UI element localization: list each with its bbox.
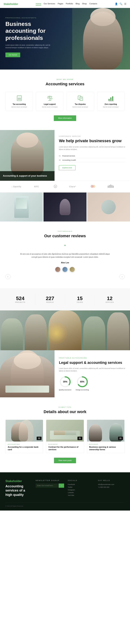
- stat-projects-num: 524: [7, 296, 33, 301]
- svg-rect-2: [18, 98, 19, 98]
- avatar-3[interactable]: [69, 266, 75, 272]
- feature-accounting: 02 Accounting & audit: [59, 158, 126, 162]
- corporate-tag: Corporate Service: [59, 136, 126, 137]
- footer-newsletter-form: →: [36, 484, 64, 488]
- stat-offices-num: 12: [97, 296, 123, 301]
- date-badge-1: 21: [37, 437, 42, 440]
- corporate-content: Corporate Service We help private busine…: [55, 130, 130, 181]
- view-more-posts-button[interactable]: View more posts: [54, 458, 76, 463]
- svg-point-12: [50, 98, 52, 99]
- stat-offices: 12 Offices: [95, 294, 125, 305]
- reviews-section: Testimonials Our customer reviews " At v…: [0, 222, 130, 288]
- stat-projects-label: Projects: [7, 301, 33, 303]
- hero-title: Business accounting for professionals: [5, 20, 63, 41]
- site-logo[interactable]: Stakeholder: [3, 2, 18, 6]
- calculator-icon: [16, 95, 23, 102]
- partners-section: ♪ Spotify KFC ⊙ Claro°: [0, 181, 130, 192]
- footer-newsletter-col: Newsletter Signup →: [36, 480, 64, 497]
- partner-claro: Claro°: [69, 184, 78, 189]
- svg-line-14: [51, 96, 52, 98]
- footer-link-facebook[interactable]: Facebook: [68, 484, 94, 485]
- corporate-desc: Lorem ipsum dolor sit amet, consectetur …: [59, 146, 126, 151]
- hero-cta-button[interactable]: Get Started: [5, 52, 20, 57]
- menu-icon[interactable]: ☰: [124, 2, 127, 5]
- newsletter-submit-button[interactable]: →: [59, 484, 64, 488]
- services-title: Accounting services: [5, 82, 125, 86]
- detail-card-tag-3: Business: [89, 444, 122, 445]
- team-photo: [0, 310, 130, 350]
- footer-brand-col: Stakeholder Accounting services of a hig…: [5, 480, 32, 497]
- nav-portfolio[interactable]: Portfolio: [66, 2, 73, 6]
- footer-link-linkedin[interactable]: LinkedIn: [68, 492, 94, 494]
- newsletter-email-input[interactable]: [36, 484, 59, 488]
- nav-shop[interactable]: Shop: [82, 2, 87, 6]
- more-info-button[interactable]: More Information: [54, 115, 76, 121]
- legal-content: Profitable Outsourcing Legal support & a…: [55, 352, 130, 396]
- detail-card-img-1: 21: [5, 420, 43, 442]
- legal-title: Legal support & accounting services: [59, 360, 126, 365]
- nav-pages[interactable]: Pages: [58, 2, 63, 6]
- progress-items: 35% Quality assurance 65% Charge account…: [59, 376, 126, 391]
- partner-kfc: KFC: [34, 184, 42, 189]
- gallery-item-2: [44, 192, 86, 222]
- review-prev-button[interactable]: ←: [5, 274, 10, 279]
- footer-link-youtube[interactable]: YouTube: [68, 494, 94, 496]
- gallery-item-3: [87, 192, 130, 222]
- navbar: Stakeholder Home Our Services Pages Port…: [0, 0, 130, 8]
- review-author: Alex Lee: [5, 262, 125, 264]
- svg-point-11: [48, 97, 49, 98]
- review-nav: ← →: [5, 274, 125, 279]
- svg-rect-7: [20, 99, 21, 100]
- review-next-button[interactable]: →: [120, 274, 125, 279]
- stat-offices-label: Offices: [97, 301, 123, 303]
- footer-email-link[interactable]: info@yourdomain.com: [98, 484, 125, 485]
- svg-rect-35: [113, 186, 114, 188]
- nav-icons: 👤 🔍 ☰: [115, 2, 127, 5]
- detail-card-img-2: 21: [46, 420, 84, 442]
- service-reporting-title: Zero reporting: [99, 103, 123, 105]
- partner-brandini: [108, 184, 119, 189]
- explore-more-button[interactable]: Explore more: [59, 165, 75, 170]
- nav-contacts[interactable]: Contacts: [89, 2, 97, 6]
- progress-charge-circle: 65%: [76, 376, 88, 388]
- nav-blog[interactable]: Blog: [76, 2, 80, 6]
- corporate-title: We help private businesses grow: [59, 138, 126, 143]
- stat-projects: 524 Projects: [5, 294, 35, 305]
- service-tax-desc: Sed do eiusm od tempor: [7, 106, 31, 108]
- stat-people-num: 227: [37, 296, 63, 301]
- details-tag: Client Tips: [5, 406, 125, 408]
- progress-quality-label: Quality assurance: [59, 389, 71, 391]
- nav-services[interactable]: Our Services: [44, 2, 55, 6]
- svg-rect-3: [19, 98, 20, 98]
- service-card-legal: Legal support Sed do eiusm od tempor: [36, 92, 64, 111]
- avatar-1[interactable]: [55, 266, 61, 272]
- service-reporting-desc: Sed do eiusm od tempor: [99, 106, 123, 108]
- nav-home[interactable]: Home: [36, 2, 41, 6]
- svg-text:Claro°: Claro°: [69, 186, 76, 188]
- stats-bar: 524 Projects 227 People 15 Years 12 Offi…: [0, 288, 130, 310]
- svg-rect-31: [108, 186, 109, 188]
- details-section: Client Tips Details about our work 21 Ac…: [0, 397, 130, 472]
- service-legal-desc: Sed do eiusm od tempor: [38, 106, 62, 108]
- footer-logo: Stakeholder: [5, 480, 32, 483]
- stat-years: 15 Years: [65, 294, 95, 305]
- footer-phone-link[interactable]: +1 800 000 000: [98, 486, 125, 488]
- balance-icon: [47, 95, 53, 102]
- svg-rect-1: [18, 96, 21, 97]
- svg-rect-33: [110, 184, 111, 188]
- footer-link-twitter[interactable]: Twitter: [68, 486, 94, 488]
- svg-rect-21: [110, 98, 111, 101]
- hero-section: Professional Accountants Business accoun…: [0, 8, 130, 70]
- footer-top: Stakeholder Accounting services of a hig…: [5, 480, 125, 497]
- search-icon[interactable]: 🔍: [120, 2, 123, 5]
- legal-section: Profitable Outsourcing Legal support & a…: [0, 350, 130, 397]
- footer-link-instagram[interactable]: Instagram: [68, 489, 94, 491]
- svg-rect-34: [112, 185, 112, 188]
- detail-card-body-2: Business Contract for the performance of…: [46, 442, 84, 453]
- review-text: At vero eos et accusamus et iusto odio d…: [20, 252, 110, 258]
- user-icon[interactable]: 👤: [115, 2, 118, 5]
- legal-tag: Profitable Outsourcing: [59, 357, 126, 359]
- feature-financial: 01 Financial services: [59, 154, 126, 158]
- footer-bottom: © 2024 All Rights Reserved.: [5, 502, 125, 507]
- avatar-2[interactable]: [62, 266, 68, 272]
